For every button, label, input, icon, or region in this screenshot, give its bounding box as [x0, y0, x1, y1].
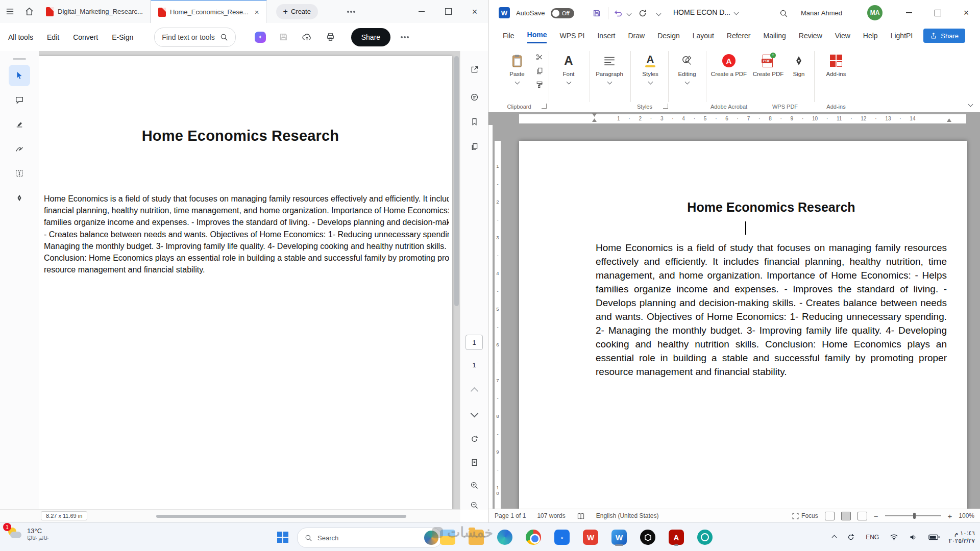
menu-review[interactable]: Review — [799, 30, 822, 42]
word-count[interactable]: 107 words — [537, 512, 565, 519]
autosave-toggle[interactable]: Off — [551, 8, 574, 18]
search-icon[interactable] — [777, 8, 790, 19]
sign-button[interactable]: Sign — [788, 50, 810, 100]
menu-wps-pdf[interactable]: WPS PI — [559, 30, 584, 42]
pdf-document-canvas[interactable]: Home Economics Research Home Economics i… — [39, 51, 460, 510]
chatgpt-icon[interactable] — [638, 528, 658, 546]
find-input[interactable]: Find text or tools — [154, 28, 236, 47]
upload-cloud-icon[interactable] — [298, 28, 316, 46]
zoom-out-icon[interactable] — [465, 496, 483, 514]
edge-icon[interactable] — [495, 528, 515, 546]
editing-button[interactable]: Editing — [672, 50, 702, 100]
highlight-tool[interactable] — [9, 114, 30, 135]
menu-references[interactable]: Referer — [727, 30, 751, 42]
home-icon[interactable] — [19, 0, 39, 23]
draw-tool[interactable] — [9, 138, 30, 160]
menu-help[interactable]: Help — [863, 30, 878, 42]
minimize-button[interactable] — [895, 0, 923, 26]
acrobat-app-icon[interactable]: A — [666, 528, 687, 546]
save-icon[interactable] — [275, 28, 293, 46]
file-explorer-icon[interactable] — [437, 528, 458, 546]
word-doc-title[interactable]: Home Economics Research — [596, 200, 947, 215]
edit-button[interactable]: Edit — [47, 33, 59, 41]
sync-icon[interactable] — [845, 531, 857, 543]
focus-button[interactable]: Focus — [792, 512, 818, 519]
comment-tool[interactable] — [9, 89, 30, 111]
web-layout-icon[interactable] — [857, 512, 867, 520]
copy-icon[interactable] — [535, 67, 544, 75]
taskbar-search-input[interactable]: Search — [297, 528, 442, 548]
more-options-icon[interactable] — [341, 0, 361, 23]
styles-dialog-launcher[interactable] — [663, 104, 668, 109]
document-title[interactable]: HOME ECON D... — [673, 8, 738, 16]
horizontal-scrollbar[interactable] — [156, 515, 406, 518]
quick-access-dropdown-icon[interactable] — [655, 8, 662, 19]
fit-page-icon[interactable] — [465, 453, 483, 471]
create-button[interactable]: + Create — [276, 4, 318, 19]
paste-button[interactable]: Paste — [501, 50, 533, 100]
clipboard-dialog-launcher[interactable] — [542, 104, 547, 109]
wifi-icon[interactable] — [888, 532, 900, 543]
start-button[interactable] — [273, 528, 293, 546]
blue-app-icon[interactable]: ◦ — [552, 528, 572, 546]
all-tools-button[interactable]: All tools — [8, 33, 33, 41]
print-layout-icon[interactable] — [841, 512, 851, 520]
menu-view[interactable]: View — [835, 30, 850, 42]
paragraph-button[interactable]: Paragraph — [594, 50, 625, 100]
minimize-button[interactable] — [408, 0, 435, 23]
folder-icon[interactable] — [466, 528, 486, 546]
create-pdf-button[interactable]: PDF + Create PDF — [752, 50, 785, 100]
word-page[interactable]: Home Economics Research Home Economics i… — [519, 141, 967, 509]
format-painter-icon[interactable] — [535, 81, 544, 89]
close-button[interactable]: × — [952, 0, 980, 26]
convert-button[interactable]: Convert — [73, 33, 98, 41]
text-select-tool[interactable] — [9, 163, 30, 184]
addins-button[interactable]: Add-ins — [818, 50, 854, 100]
word-doc-body[interactable]: Home Economics is a field of study that … — [596, 241, 947, 379]
print-icon[interactable] — [322, 28, 340, 46]
maximize-button[interactable] — [923, 0, 952, 26]
ai-assistant-icon[interactable] — [251, 28, 270, 46]
page-number-input[interactable]: 1 — [465, 335, 483, 350]
tab-digital-marketing[interactable]: Digital_Marketing_Researc... — [39, 0, 151, 23]
styles-button[interactable]: A Styles — [634, 50, 666, 100]
select-tool[interactable] — [9, 65, 30, 86]
chat-icon[interactable] — [465, 88, 483, 106]
maximize-button[interactable] — [435, 0, 461, 23]
wps-office-icon[interactable]: W — [580, 528, 601, 546]
word-document-canvas[interactable]: Home Economics Research Home Economics i… — [502, 125, 980, 509]
bookmark-icon[interactable] — [465, 112, 483, 131]
menu-lightpdf[interactable]: LightPI — [891, 30, 913, 42]
share-button[interactable]: Share — [351, 28, 390, 46]
undo-dropdown-icon[interactable] — [625, 8, 632, 19]
menu-design[interactable]: Design — [657, 30, 680, 42]
previous-page-icon[interactable] — [465, 382, 483, 400]
menu-mailings[interactable]: Mailing — [764, 30, 786, 42]
zoom-slider[interactable] — [885, 515, 941, 516]
font-button[interactable]: A Font — [553, 50, 584, 100]
proofing-icon[interactable] — [577, 513, 585, 519]
zoom-in-icon[interactable]: + — [948, 512, 952, 520]
undo-icon[interactable] — [612, 8, 624, 19]
cut-icon[interactable] — [535, 53, 544, 61]
language-indicator[interactable]: ENG — [864, 532, 881, 543]
weather-widget[interactable]: 1 13°C غائم غالبًا — [7, 527, 48, 542]
language-indicator[interactable]: English (United States) — [596, 512, 659, 519]
vertical-scrollbar[interactable] — [454, 56, 459, 494]
redo-icon[interactable] — [636, 8, 649, 19]
word-app-icon[interactable]: W — [609, 528, 629, 546]
menu-icon[interactable] — [0, 0, 19, 23]
menu-home[interactable]: Home — [527, 29, 547, 43]
pages-icon[interactable] — [465, 137, 483, 156]
save-icon[interactable] — [591, 8, 603, 19]
next-page-icon[interactable] — [465, 404, 483, 422]
volume-icon[interactable] — [907, 532, 920, 543]
chrome-icon[interactable] — [523, 528, 544, 546]
page-indicator[interactable]: Page 1 of 1 — [495, 512, 526, 519]
export-icon[interactable] — [465, 60, 483, 79]
battery-icon[interactable] — [926, 532, 942, 542]
pdf-page[interactable]: Home Economics Research Home Economics i… — [39, 56, 452, 510]
zoom-level[interactable]: 100% — [959, 512, 974, 519]
clock[interactable]: ١٠:٤٦ م ٢٠٢٥/٣/٢٧ — [948, 530, 977, 545]
create-a-pdf-button[interactable]: A Create a PDF — [709, 50, 749, 100]
